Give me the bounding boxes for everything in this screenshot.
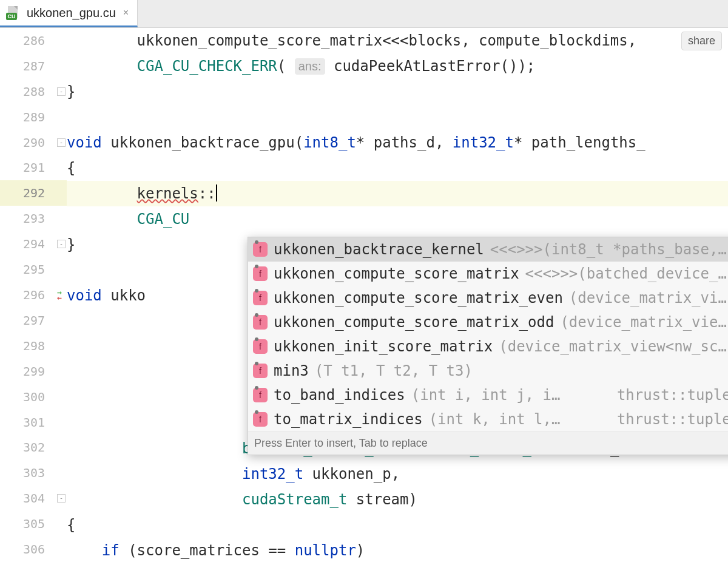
- function-icon: f: [253, 266, 268, 281]
- function-icon: f: [253, 315, 268, 330]
- autocomplete-item[interactable]: f ukkonen_compute_score_matrix_even(devi…: [248, 286, 728, 310]
- autocomplete-popup: f ukkonen_backtrace_kernel<<<>>>(int8_t …: [248, 237, 728, 455]
- gutter-line[interactable]: 298: [0, 333, 67, 359]
- code-line[interactable]: void ukkonen_backtrace_gpu(int8_t* paths…: [67, 130, 728, 155]
- gutter-line[interactable]: 303: [0, 460, 67, 486]
- gutter-line[interactable]: 306: [0, 537, 67, 562]
- code-line-current[interactable]: kernels::: [67, 181, 728, 206]
- share-button[interactable]: share: [681, 32, 722, 50]
- gutter-line[interactable]: 299: [0, 359, 67, 384]
- code-area[interactable]: share ukkonen_compute_score_matrix<<<blo…: [67, 28, 728, 562]
- gutter-line[interactable]: 292: [0, 180, 67, 206]
- code-line[interactable]: [67, 104, 728, 130]
- function-icon: f: [253, 242, 268, 257]
- gutter-line[interactable]: 291: [0, 155, 67, 181]
- fold-icon[interactable]: -: [57, 138, 66, 147]
- code-line[interactable]: }: [67, 79, 728, 104]
- fold-icon[interactable]: -: [57, 494, 66, 503]
- editor: 286 287 288- 289 290- 291 292 293 294- 2…: [0, 28, 728, 562]
- gutter-line[interactable]: 305: [0, 511, 67, 537]
- code-line[interactable]: CGA_CU: [67, 206, 728, 232]
- autocomplete-item[interactable]: f min3(T t1, T t2, T t3): [248, 359, 728, 383]
- gutter-line[interactable]: 300: [0, 384, 67, 410]
- code-line[interactable]: {: [67, 512, 728, 538]
- autocomplete-item[interactable]: f to_band_indices(int i, int j, i…thrust…: [248, 383, 728, 407]
- gutter-line[interactable]: 296→←: [0, 282, 67, 308]
- param-hint: ans:: [295, 58, 325, 75]
- tab-filename: ukkonen_gpu.cu: [27, 6, 116, 20]
- function-icon: f: [253, 364, 268, 378]
- gutter-line[interactable]: 287: [0, 53, 67, 79]
- code-line[interactable]: CGA_CU_CHECK_ERR( ans: cudaPeekAtLastErr…: [67, 53, 728, 79]
- function-icon: f: [253, 388, 268, 402]
- autocomplete-item[interactable]: f ukkonen_backtrace_kernel<<<>>>(int8_t …: [248, 237, 728, 262]
- fold-icon[interactable]: -: [57, 87, 66, 96]
- function-icon: f: [253, 339, 268, 354]
- fold-icon[interactable]: -: [57, 240, 66, 248]
- code-line[interactable]: int32_t ukkonen_p,: [67, 461, 728, 487]
- gutter-line[interactable]: 288-: [0, 79, 67, 104]
- gutter-line[interactable]: 301: [0, 410, 67, 435]
- autocomplete-item[interactable]: f ukkonen_compute_score_matrix<<<>>>(bat…: [248, 262, 728, 286]
- autocomplete-item[interactable]: f to_matrix_indices(int k, int l,…thrust…: [248, 407, 728, 432]
- gutter-line[interactable]: 304-: [0, 486, 67, 511]
- file-tab[interactable]: CU ukkonen_gpu.cu ×: [0, 0, 138, 27]
- code-line[interactable]: if (score_matrices == nullptr): [67, 538, 728, 562]
- code-line[interactable]: cudaStream_t stream): [67, 487, 728, 512]
- code-line[interactable]: {: [67, 155, 728, 181]
- code-line[interactable]: ukkonen_compute_score_matrix<<<blocks, c…: [67, 28, 728, 53]
- gutter-line[interactable]: 297: [0, 308, 67, 333]
- close-icon[interactable]: ×: [123, 7, 129, 18]
- gutter-line[interactable]: 289: [0, 104, 67, 130]
- gutter: 286 287 288- 289 290- 291 292 293 294- 2…: [0, 28, 67, 562]
- gutter-line[interactable]: 293: [0, 206, 67, 231]
- function-icon: f: [253, 291, 268, 305]
- gutter-line[interactable]: 302: [0, 435, 67, 461]
- autocomplete-item[interactable]: f ukkonen_compute_score_matrix_odd(devic…: [248, 310, 728, 334]
- diff-icon: →←: [57, 289, 62, 300]
- autocomplete-footer: Press Enter to insert, Tab to replace: [248, 432, 728, 455]
- function-icon: f: [253, 412, 268, 427]
- gutter-line[interactable]: 295: [0, 257, 67, 282]
- tab-bar: CU ukkonen_gpu.cu ×: [0, 0, 728, 28]
- autocomplete-item[interactable]: f ukkonen_init_score_matrix(device_matri…: [248, 334, 728, 359]
- gutter-line[interactable]: 294-: [0, 231, 67, 257]
- gutter-line[interactable]: 290-: [0, 130, 67, 155]
- text-cursor: [216, 185, 217, 201]
- gutter-line[interactable]: 286: [0, 28, 67, 53]
- cuda-file-icon: CU: [6, 5, 22, 21]
- svg-text:CU: CU: [8, 13, 16, 19]
